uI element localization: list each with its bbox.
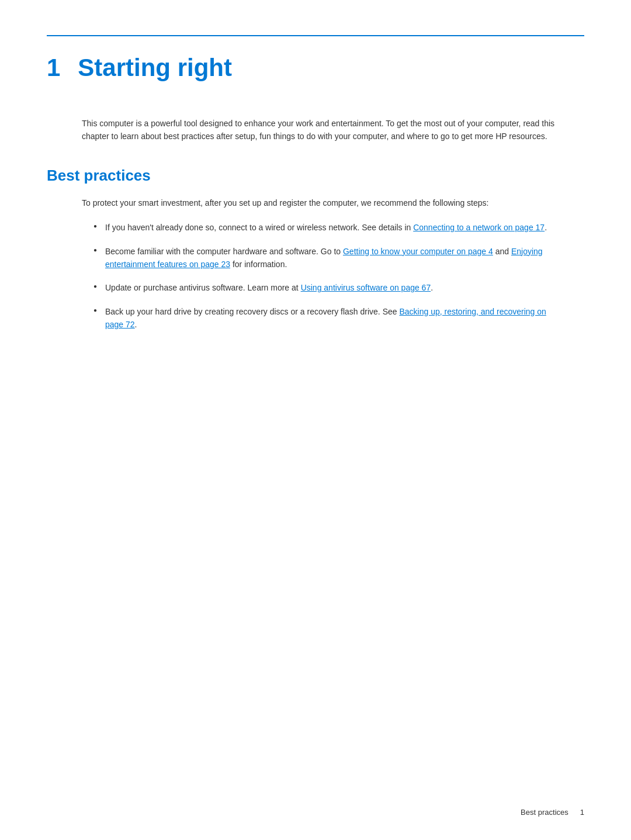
footer-page-number: 1	[580, 808, 584, 817]
footer-section-name: Best practices	[521, 808, 568, 817]
best-practices-section: Best practices To protect your smart inv…	[47, 167, 584, 331]
bullet-text-1-after: .	[545, 223, 547, 232]
list-item: If you haven't already done so, connect …	[93, 221, 561, 234]
intro-paragraph: This computer is a powerful tool designe…	[47, 117, 584, 143]
bullet-text-2-after: for information.	[230, 260, 287, 269]
bullet-text-3-before: Update or purchase antivirus software. L…	[105, 283, 301, 292]
page-container: 1 Starting right This computer is a powe…	[0, 0, 631, 389]
section-heading: Best practices	[47, 167, 584, 185]
chapter-header: 1 Starting right	[47, 35, 584, 82]
link-connecting-network[interactable]: Connecting to a network on page 17	[413, 223, 545, 232]
bullet-text-4-after: .	[135, 320, 137, 329]
bullet-text-2-middle: and	[493, 247, 511, 256]
footer: Best practices 1	[521, 808, 584, 817]
list-item: Update or purchase antivirus software. L…	[93, 281, 561, 294]
list-item: Back up your hard drive by creating reco…	[93, 305, 561, 331]
chapter-title: 1 Starting right	[47, 54, 584, 82]
section-intro: To protect your smart investment, after …	[47, 196, 584, 209]
list-item: Become familiar with the computer hardwa…	[93, 245, 561, 271]
link-antivirus[interactable]: Using antivirus software on page 67	[301, 283, 431, 292]
chapter-number: 1	[47, 54, 60, 82]
bullet-text-3-after: .	[431, 283, 433, 292]
bullet-text-1-before: If you haven't already done so, connect …	[105, 223, 413, 232]
link-getting-to-know[interactable]: Getting to know your computer on page 4	[343, 247, 493, 256]
bullet-list: If you haven't already done so, connect …	[47, 221, 584, 331]
bullet-text-2-before: Become familiar with the computer hardwa…	[105, 247, 343, 256]
bullet-text-4-before: Back up your hard drive by creating reco…	[105, 307, 399, 316]
chapter-title-text: Starting right	[78, 54, 232, 82]
